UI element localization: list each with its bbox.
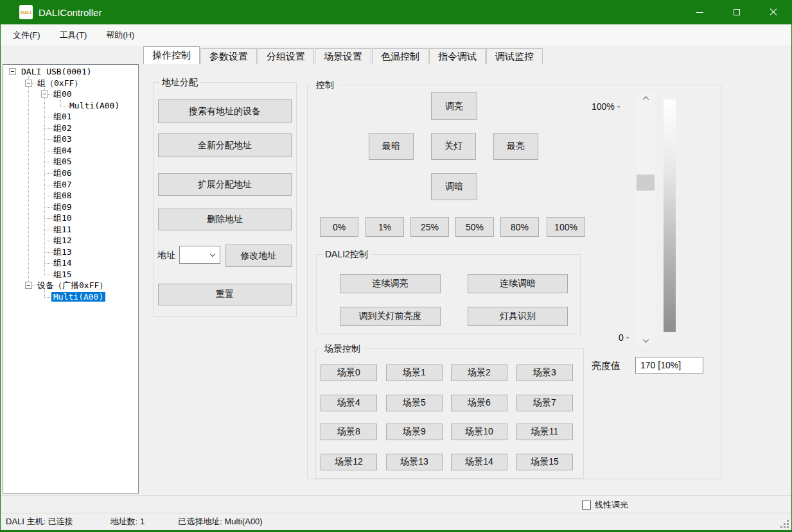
percent-button-0[interactable]: 0% <box>320 217 358 237</box>
tree-item-16[interactable]: 组13 <box>3 246 138 258</box>
tree-item-12[interactable]: 组09 <box>3 202 138 213</box>
tree-item-14[interactable]: 组11 <box>3 224 138 236</box>
tree-item-9[interactable]: 组06 <box>3 167 138 179</box>
modify-address-button[interactable]: 修改地址 <box>225 245 292 267</box>
scene-button-1[interactable]: 场景1 <box>386 365 443 381</box>
tree-item-17[interactable]: 组14 <box>3 257 138 269</box>
continuous-dim-down-button[interactable]: 连续调暗 <box>468 274 568 293</box>
tree-item-0[interactable]: DALI USB(0001) <box>3 66 138 78</box>
tab-2[interactable]: 分组设置 <box>258 48 314 64</box>
scene-button-4[interactable]: 场景4 <box>321 395 377 411</box>
scene-button-7[interactable]: 场景7 <box>516 395 573 411</box>
lamp-identify-button[interactable]: 灯具识别 <box>468 307 568 326</box>
tree-item-label[interactable]: Multi(A00) <box>67 101 121 110</box>
address-combobox[interactable] <box>179 246 220 264</box>
tree-item-6[interactable]: 组03 <box>3 133 138 145</box>
percent-button-50[interactable]: 50% <box>455 217 494 237</box>
tree-expander-minus[interactable] <box>25 80 32 87</box>
resize-grip[interactable] <box>787 526 789 528</box>
reset-button[interactable]: 重置 <box>158 284 292 305</box>
lamp-off-button[interactable]: 关灯 <box>431 133 476 160</box>
scroll-up-button[interactable] <box>637 92 655 105</box>
tree-item-2[interactable]: 组00 <box>3 89 138 100</box>
tree-item-label[interactable]: DALI USB(0001) <box>19 67 94 76</box>
tree-item-label[interactable]: 设备（广播0xFF） <box>35 280 109 290</box>
scene-button-2[interactable]: 场景2 <box>451 365 507 381</box>
brightness-value-field[interactable]: 170 [10%] <box>635 357 703 373</box>
extend-assign-address-button[interactable]: 扩展分配地址 <box>158 173 292 196</box>
tree-item-label[interactable]: 组07 <box>51 180 74 189</box>
scene-button-9[interactable]: 场景9 <box>386 424 443 440</box>
percent-button-1[interactable]: 1% <box>365 217 404 237</box>
tree-item-4[interactable]: 组01 <box>3 111 138 123</box>
tree-item-label[interactable]: 组14 <box>51 258 74 268</box>
linear-dimming-checkbox[interactable] <box>582 501 591 510</box>
tree-item-13[interactable]: 组10 <box>3 212 138 224</box>
scrollbar-thumb[interactable] <box>637 175 655 191</box>
menu-item-2[interactable]: 帮助(H) <box>96 26 144 45</box>
scene-button-3[interactable]: 场景3 <box>516 365 573 381</box>
tree-item-label[interactable]: 组13 <box>51 247 74 257</box>
tree-item-20[interactable]: Multi(A00) <box>3 291 138 303</box>
tree-item-label[interactable]: 组（0xFF） <box>35 78 84 88</box>
dim-up-button[interactable]: 调亮 <box>431 92 477 120</box>
tree-item-19[interactable]: 设备（广播0xFF） <box>3 280 138 291</box>
scene-button-6[interactable]: 场景6 <box>451 395 507 411</box>
tree-item-5[interactable]: 组02 <box>3 123 138 134</box>
tree-item-label[interactable]: 组02 <box>51 123 74 133</box>
tree-item-label[interactable]: 组10 <box>51 213 74 223</box>
close-button[interactable] <box>755 0 791 24</box>
tree-item-label[interactable]: 组09 <box>51 202 74 212</box>
scene-button-13[interactable]: 场景13 <box>386 454 443 470</box>
tree-item-label[interactable]: 组03 <box>51 134 74 144</box>
scene-button-5[interactable]: 场景5 <box>386 395 443 411</box>
tree-item-label[interactable]: 组15 <box>51 270 74 279</box>
tree-item-label[interactable]: 组00 <box>51 89 74 99</box>
continuous-dim-up-button[interactable]: 连续调亮 <box>340 274 441 293</box>
tab-0[interactable]: 操作控制 <box>143 46 200 64</box>
tree-item-label[interactable]: 组12 <box>51 236 74 245</box>
maximize-button[interactable] <box>718 0 755 24</box>
delete-address-button[interactable]: 删除地址 <box>158 209 292 230</box>
tree-item-label[interactable]: Multi(A00) <box>51 292 105 302</box>
darkest-button[interactable]: 最暗 <box>369 133 414 160</box>
scene-button-11[interactable]: 场景11 <box>516 424 573 440</box>
tree-expander-minus[interactable] <box>25 282 32 289</box>
scene-button-0[interactable]: 场景0 <box>321 365 377 381</box>
tree-item-15[interactable]: 组12 <box>3 235 138 246</box>
tree-item-label[interactable]: 组01 <box>51 112 74 121</box>
tree-item-label[interactable]: 组04 <box>51 146 74 155</box>
tree-item-1[interactable]: 组（0xFF） <box>3 78 138 89</box>
tree-item-11[interactable]: 组08 <box>3 190 138 202</box>
tree-item-label[interactable]: 组06 <box>51 168 74 178</box>
scene-button-8[interactable]: 场景8 <box>321 424 377 440</box>
tab-6[interactable]: 调试监控 <box>486 48 543 64</box>
minimize-button[interactable] <box>682 0 718 24</box>
scene-button-10[interactable]: 场景10 <box>451 424 507 440</box>
tree-item-3[interactable]: Multi(A00) <box>3 100 138 112</box>
tree-item-7[interactable]: 组04 <box>3 145 138 157</box>
percent-button-25[interactable]: 25% <box>410 217 449 237</box>
brightest-button[interactable]: 最亮 <box>493 133 538 160</box>
percent-button-100[interactable]: 100% <box>547 217 585 237</box>
recall-last-level-button[interactable]: 调到关灯前亮度 <box>340 307 441 326</box>
dim-down-button[interactable]: 调暗 <box>431 173 477 200</box>
tab-1[interactable]: 参数设置 <box>200 48 257 64</box>
scene-button-14[interactable]: 场景14 <box>451 454 507 470</box>
scene-button-15[interactable]: 场景15 <box>516 454 573 470</box>
tree-item-10[interactable]: 组07 <box>3 179 138 191</box>
assign-new-address-button[interactable]: 全新分配地址 <box>158 133 292 157</box>
scene-button-12[interactable]: 场景12 <box>321 454 377 470</box>
scroll-down-button[interactable] <box>637 334 655 347</box>
tree-item-label[interactable]: 组08 <box>51 191 74 200</box>
tree-item-label[interactable]: 组05 <box>51 157 74 166</box>
tab-3[interactable]: 场景设置 <box>315 48 371 64</box>
brightness-scrollbar[interactable] <box>637 92 655 347</box>
search-addressed-devices-button[interactable]: 搜索有地址的设备 <box>158 99 292 123</box>
menu-item-1[interactable]: 工具(T) <box>50 26 97 45</box>
tree-item-18[interactable]: 组15 <box>3 269 138 280</box>
tree-item-8[interactable]: 组05 <box>3 156 138 167</box>
tree-expander-minus[interactable] <box>41 90 48 98</box>
percent-button-80[interactable]: 80% <box>500 217 539 237</box>
menu-item-0[interactable]: 文件(F) <box>3 26 50 45</box>
